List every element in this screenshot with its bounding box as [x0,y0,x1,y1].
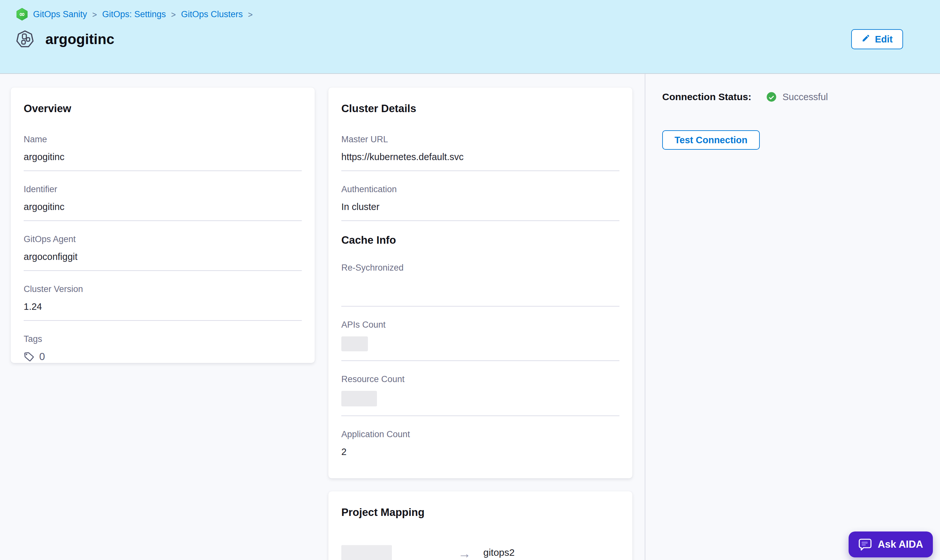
divider [341,360,619,361]
ask-aida-button[interactable]: Ask AIDA [849,531,933,557]
edit-button-label: Edit [875,34,893,45]
field-label-cluster-version: Cluster Version [24,284,302,294]
field-value-name: argogitinc [24,151,302,163]
breadcrumb: ∞ GitOps Sanity > GitOps: Settings > Git… [16,8,922,21]
field-label-master-url: Master URL [341,134,619,145]
divider [341,415,619,416]
test-connection-button[interactable]: Test Connection [662,130,760,150]
page-title: argogitinc [45,31,114,47]
gitops-cluster-details-page: ∞ GitOps Sanity > GitOps: Settings > Git… [0,0,940,560]
field-label-resynchronized: Re-Sychronized [341,263,619,273]
mapping-source-placeholder [341,545,392,560]
gitops-logo-icon: ∞ [16,8,28,21]
field-value-identifier: argogitinc [24,201,302,212]
field-label-name: Name [24,134,302,145]
breadcrumb-separator: > [171,9,176,20]
field-label-application-count: Application Count [341,429,619,440]
field-value-cluster-version: 1.24 [24,301,302,312]
field-label-authentication: Authentication [341,184,619,194]
field-value-gitops-agent: argoconfiggit [24,251,302,263]
field-value-authentication: In cluster [341,201,619,212]
divider [24,220,302,221]
project-mapping-card: Project Mapping → gitops2 [328,491,632,560]
check-circle-icon [766,92,777,102]
apis-count-placeholder [341,336,368,351]
cluster-details-title: Cluster Details [341,102,619,115]
resource-count-placeholder [341,391,377,406]
connection-status-text: Successful [783,92,828,102]
cluster-details-card: Cluster Details Master URL https://kuber… [328,88,632,478]
page-header: ∞ GitOps Sanity > GitOps: Settings > Git… [0,0,940,74]
tags-count: 0 [39,351,45,363]
mapping-target-field: gitops2 [483,547,589,560]
field-value-resynchronized [341,279,619,298]
svg-text:∞: ∞ [19,10,25,18]
cluster-icon [16,30,34,49]
overview-title: Overview [24,102,302,115]
field-label-apis-count: APIs Count [341,320,619,330]
pencil-icon [862,34,870,45]
breadcrumb-link-project[interactable]: GitOps Sanity [33,9,87,20]
content-area: Overview Name argogitinc Identifier argo… [0,74,940,560]
ask-aida-label: Ask AIDA [878,538,923,550]
breadcrumb-link-settings[interactable]: GitOps: Settings [102,9,166,20]
arrow-right-icon: → [458,547,471,560]
divider [341,306,619,306]
project-mapping-row: → gitops2 [341,545,619,560]
divider [341,220,619,221]
main-panel: Overview Name argogitinc Identifier argo… [0,74,645,560]
tag-icon [24,351,35,362]
field-value-application-count: 2 [341,446,619,458]
tags-row: 0 [24,351,302,363]
connection-status-label: Connection Status: [662,91,751,102]
title-row: argogitinc Edit [16,29,922,49]
field-label-resource-count: Resource Count [341,374,619,385]
breadcrumb-link-clusters[interactable]: GitOps Clusters [181,9,243,20]
mapping-source-field [341,545,445,560]
divider [24,270,302,271]
breadcrumb-separator: > [248,9,253,20]
connection-status-value: Successful [766,92,828,102]
field-label-gitops-agent: GitOps Agent [24,234,302,245]
connection-panel: Connection Status: Successful Test Conne… [645,74,940,560]
overview-card: Overview Name argogitinc Identifier argo… [11,88,315,363]
divider [24,320,302,321]
project-mapping-title: Project Mapping [341,506,619,518]
chat-bubble-icon [858,538,872,551]
field-value-master-url: https://kubernetes.default.svc [341,151,619,163]
center-column: Cluster Details Master URL https://kuber… [328,88,632,560]
connection-status-row: Connection Status: Successful [662,91,940,102]
cache-info-title: Cache Info [341,234,619,246]
edit-button[interactable]: Edit [851,29,903,49]
field-label-tags: Tags [24,334,302,344]
divider [24,171,302,171]
breadcrumb-separator: > [92,9,97,20]
divider [341,171,619,171]
field-label-identifier: Identifier [24,184,302,194]
